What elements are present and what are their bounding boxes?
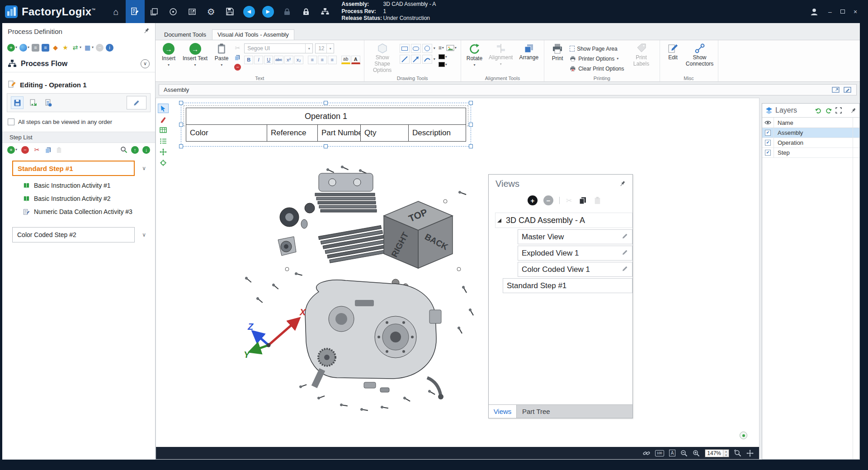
any-order-option[interactable]: All steps can be viewed in any order (8, 119, 150, 125)
ellipse-tool-button[interactable] (422, 44, 432, 53)
layer-checkbox[interactable]: ✔ (765, 130, 771, 136)
lock-button[interactable] (278, 0, 297, 23)
document-canvas[interactable]: Operation 1 Color Reference Part Number … (156, 98, 760, 460)
highlight-color-button[interactable]: ab (341, 56, 350, 64)
any-order-checkbox[interactable] (8, 119, 14, 125)
home-button[interactable]: ⌂ (107, 0, 126, 23)
edit-document-button[interactable] (843, 86, 852, 94)
remove-process-button[interactable]: − (95, 43, 104, 52)
zoom-stepper[interactable]: ▴ ▾ (723, 450, 729, 457)
pin-icon[interactable] (143, 28, 150, 35)
process-flow-row[interactable]: Process Flow ∨ (2, 55, 155, 72)
resize-handle[interactable] (324, 101, 328, 105)
import-operation-button[interactable] (26, 96, 39, 109)
add-view-button[interactable]: + (528, 195, 538, 205)
zoom-region-button[interactable] (734, 450, 741, 457)
tab-visual-aid-tools[interactable]: Visual Aid Tools - Assembly (212, 29, 294, 40)
remove-step-button[interactable]: − (21, 146, 29, 154)
table-tool-button[interactable] (158, 125, 169, 135)
scroll-origin-button[interactable] (740, 432, 747, 439)
paste-view-button[interactable] (593, 196, 602, 205)
align-left-button[interactable]: ≡ (308, 56, 317, 64)
layer-checkbox[interactable]: ✔ (765, 150, 771, 156)
forward-button[interactable]: ▶ (259, 0, 278, 23)
tools-button[interactable]: ◆ (51, 43, 60, 52)
move-tool-button[interactable] (158, 147, 169, 157)
tab-document-tools[interactable]: Document Tools (159, 30, 211, 40)
close-button[interactable]: × (849, 5, 862, 19)
save-button[interactable] (221, 0, 240, 23)
align-center-button[interactable]: ≡ (318, 56, 327, 64)
add-process-button[interactable]: +▾ (7, 43, 18, 52)
line-tool-button[interactable] (400, 55, 410, 64)
copy-button[interactable] (234, 54, 241, 61)
subscript-button[interactable]: x₂ (294, 56, 303, 64)
minimize-button[interactable]: – (824, 5, 836, 19)
add-step-button[interactable]: +▾ (7, 146, 18, 154)
copy-process-button[interactable]: ≡ (41, 43, 50, 52)
delete-button[interactable]: − (234, 63, 241, 71)
superscript-button[interactable]: x² (284, 56, 293, 64)
resize-handle[interactable] (179, 144, 183, 148)
tree-root-assembly[interactable]: 3D CAD Assembly - A (495, 213, 632, 228)
spin-up-icon[interactable]: ▴ (723, 450, 729, 453)
show-connectors-button[interactable]: Show Connectors (685, 42, 714, 67)
rotate-button[interactable]: Rotate ▾ (465, 42, 484, 67)
layer-row-step[interactable]: ✔ Step (762, 148, 859, 158)
cut-step-button[interactable]: ✂ (33, 146, 41, 154)
favorites-button[interactable]: ★ (61, 43, 70, 52)
activity-row[interactable]: Basic Instruction Activity #2 (23, 195, 149, 202)
orientation-cube[interactable]: TOP BACK RIGHT (384, 201, 453, 268)
remove-view-button[interactable]: − (543, 195, 553, 205)
expand-all-button[interactable]: ↓ (142, 146, 151, 154)
step-row[interactable]: Color Coded Step #2 ∨ (12, 227, 149, 242)
tab-views[interactable]: Views (489, 405, 517, 418)
user-button[interactable] (805, 0, 824, 23)
transfer-button[interactable]: ⇄▾ (71, 43, 82, 52)
edit-button[interactable]: Edit (664, 42, 683, 61)
target-tool-button[interactable] (158, 158, 169, 167)
curve-tool-button[interactable] (422, 55, 432, 64)
step-row[interactable]: Standard Step #1 ∨ (12, 161, 149, 176)
strikethrough-button[interactable]: abc (274, 56, 283, 64)
expand-panel-button[interactable] (835, 107, 842, 114)
copy-view-button[interactable] (578, 196, 587, 205)
undo-button[interactable] (814, 107, 822, 114)
zoom-100-button[interactable]: 100 (655, 450, 664, 456)
paste-step-button[interactable] (55, 146, 63, 154)
edit-operation-button[interactable] (127, 96, 146, 109)
stroke-color-button[interactable]: ▾ (438, 54, 448, 60)
pan-button[interactable] (746, 450, 754, 457)
resize-handle[interactable] (469, 144, 473, 148)
collapse-panel-icon[interactable]: ∨ (141, 59, 150, 68)
insert-image-button[interactable]: ▾ (446, 44, 457, 52)
rename-pencil-icon[interactable] (622, 233, 628, 242)
font-color-button[interactable]: A (351, 56, 360, 64)
italic-button[interactable]: I (254, 56, 263, 64)
resize-handle[interactable] (179, 123, 183, 127)
print-button[interactable]: Print (548, 42, 567, 62)
collapse-all-button[interactable]: ↑ (131, 146, 139, 154)
align-right-button[interactable]: ≡ (328, 56, 337, 64)
print-process-button[interactable]: ≡ (31, 43, 40, 52)
zoom-out-button[interactable] (680, 450, 688, 457)
process-editor-button[interactable] (126, 0, 145, 23)
list-tool-button[interactable] (158, 136, 169, 146)
alignment-button[interactable]: Alignment ▾ (487, 42, 514, 66)
underline-button[interactable]: U (264, 56, 273, 64)
fit-text-button[interactable]: A (669, 450, 676, 456)
zoom-in-button[interactable] (693, 450, 700, 457)
view-item-color-coded[interactable]: Color Coded View 1 (518, 262, 632, 277)
publish-button[interactable]: ▾ (19, 43, 30, 52)
font-family-select[interactable]: Segoe UI ▾ (244, 43, 313, 53)
step-color-coded-2[interactable]: Color Coded Step #2 (12, 227, 135, 242)
cut-button[interactable]: ✂ (234, 44, 241, 52)
insert-button[interactable]: → Insert ▾ (159, 42, 178, 67)
view-item-exploded[interactable]: Exploded View 1 (518, 246, 632, 261)
select-tool-button[interactable] (158, 104, 169, 113)
step-standard-1[interactable]: Standard Step #1 (12, 161, 135, 176)
fill-color-button[interactable]: ▾ (438, 62, 448, 67)
copy-step-button[interactable] (44, 146, 52, 154)
save-operation-button[interactable] (11, 96, 24, 109)
open-fullscreen-button[interactable] (831, 86, 840, 94)
